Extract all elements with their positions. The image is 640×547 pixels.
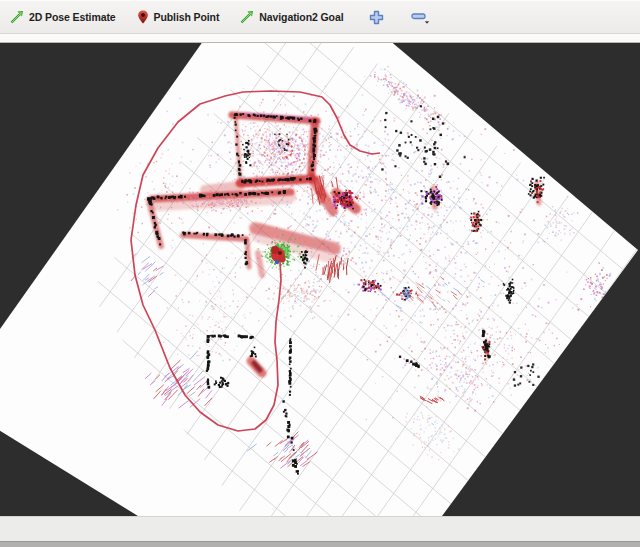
dropdown-caret-icon <box>425 21 429 24</box>
add-tool-button[interactable] <box>367 8 386 27</box>
status-bar <box>0 516 640 541</box>
panel-splitter[interactable] <box>0 33 640 43</box>
window-resize-edge[interactable] <box>0 541 640 547</box>
plus-icon <box>369 10 384 25</box>
tool-publish-point[interactable]: Publish Point <box>134 8 223 26</box>
pose-estimate-arrow-icon <box>10 10 24 24</box>
map-pin-icon <box>137 10 149 24</box>
nav-goal-arrow-icon <box>240 10 254 24</box>
viewport-canvas[interactable] <box>0 43 640 516</box>
tool-navigation2-goal[interactable]: Navigation2 Goal <box>237 8 346 26</box>
remove-tool-button[interactable] <box>409 7 433 27</box>
tool-2d-pose-estimate[interactable]: 2D Pose Estimate <box>7 8 119 26</box>
minus-with-caret-icon <box>411 9 431 25</box>
tool-label: Navigation2 Goal <box>259 11 343 23</box>
rviz-toolbar: 2D Pose Estimate Publish Point Navigatio… <box>0 0 640 33</box>
tool-label: 2D Pose Estimate <box>29 11 116 23</box>
3d-viewport[interactable] <box>0 43 640 516</box>
tool-label: Publish Point <box>154 11 220 23</box>
